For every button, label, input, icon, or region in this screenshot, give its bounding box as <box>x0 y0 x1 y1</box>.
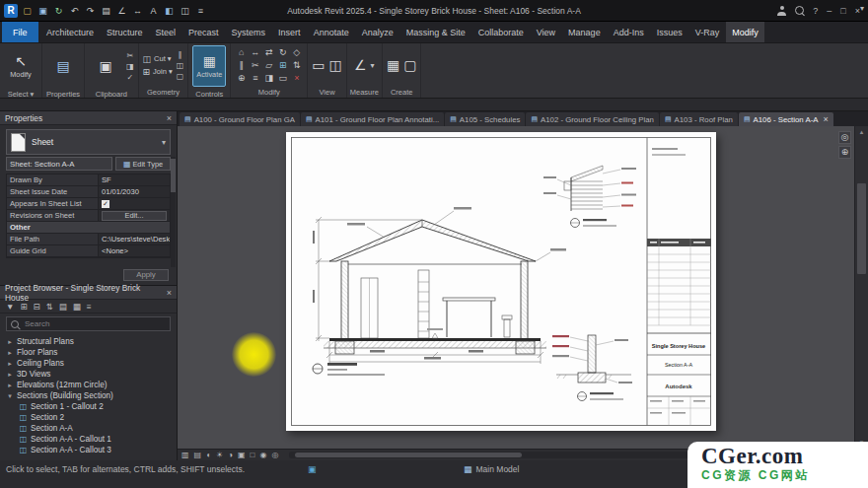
help-icon[interactable]: ? <box>813 6 818 16</box>
document-tab[interactable]: ▤A106 - Section A-A× <box>739 112 833 126</box>
revit-app-logo[interactable]: R <box>4 4 18 18</box>
ribbon-tab-analyze[interactable]: Analyze <box>355 22 399 42</box>
apply-button[interactable]: Apply <box>123 269 169 281</box>
search-icon[interactable] <box>795 6 804 15</box>
properties-scrollbar[interactable] <box>171 157 176 267</box>
document-tab[interactable]: ▤A103 - Roof Plan <box>660 112 738 126</box>
match-props-icon[interactable]: ◨ <box>262 72 275 84</box>
property-value[interactable]: <None> <box>99 245 170 256</box>
ribbon-tab-add-ins[interactable]: Add-Ins <box>607 22 650 42</box>
pin-icon[interactable]: ⊕ <box>235 72 248 84</box>
paste-button[interactable]: ▣ <box>89 45 122 87</box>
property-value[interactable]: ✓ <box>99 198 170 209</box>
ribbon-tab-file[interactable]: File <box>2 22 38 42</box>
maximize-icon[interactable]: □ <box>840 6 845 16</box>
edit-type-button[interactable]: ▦ Edit Type <box>115 157 171 171</box>
array-icon[interactable]: ⊞ <box>276 59 289 71</box>
ribbon-tab-massing-site[interactable]: Massing & Site <box>399 22 471 42</box>
cut-to-clipboard-icon[interactable]: ✂ <box>126 51 134 60</box>
property-value[interactable]: 01/01/2030 <box>99 186 170 197</box>
ribbon-tab-architecture[interactable]: Architecture <box>40 22 101 42</box>
view-tile-icon[interactable]: ◫ <box>329 57 342 73</box>
scale-icon[interactable]: ⇅ <box>290 59 303 71</box>
property-value[interactable]: C:\Users\steve\Desktop\... <box>99 234 170 244</box>
aligned-dimension-icon[interactable]: ↔ <box>131 4 144 18</box>
ribbon-tab-view[interactable]: View <box>530 22 561 42</box>
scroll-up-icon[interactable]: ▴ <box>855 126 868 138</box>
unpin-icon[interactable]: ≡ <box>249 72 261 84</box>
text-icon[interactable]: A <box>147 4 160 18</box>
zoom-icon[interactable]: ⊕ <box>838 146 851 159</box>
properties-scrollbar-thumb[interactable] <box>171 159 176 192</box>
chevron-down-icon[interactable]: ▾ <box>162 138 166 147</box>
browser-settings-icon[interactable]: ≡ <box>87 302 92 312</box>
ribbon-tab-v-ray[interactable]: V-Ray <box>688 22 726 42</box>
expander-icon[interactable]: ▸ <box>6 338 14 346</box>
mirror-icon[interactable]: ◇ <box>290 46 303 58</box>
sheet-viewport[interactable]: Single Storey House Section A-A Autodesk <box>286 132 716 431</box>
view-window-icon[interactable]: ▭ <box>312 57 325 73</box>
document-tab[interactable]: ▤A105 - Schedules <box>445 112 525 126</box>
tree-item[interactable]: ◫Section A-A <box>0 423 177 434</box>
reveal-hidden-icon[interactable]: ◎ <box>271 450 278 461</box>
property-value[interactable]: Edit... <box>99 210 170 221</box>
tree-item[interactable]: ▾Sections (Building Section) <box>0 390 177 401</box>
tree-item[interactable]: ◫Section 2 <box>0 412 177 423</box>
checkbox-checked-icon[interactable]: ✓ <box>102 200 109 208</box>
ribbon-tab-issues[interactable]: Issues <box>650 22 688 42</box>
measure-icon[interactable]: ∠ <box>354 57 367 73</box>
ribbon-tab-steel[interactable]: Steel <box>149 22 182 42</box>
view-scale-icon[interactable]: ▥ <box>181 450 189 461</box>
modify-tool-button[interactable]: ↖ Modify <box>4 45 37 87</box>
ribbon-tab-annotate[interactable]: Annotate <box>307 22 355 42</box>
measure-qat-icon[interactable]: ∠ <box>115 4 128 18</box>
undo-icon[interactable]: ↶ <box>68 4 81 18</box>
offset-geometry-icon[interactable]: ∥ <box>177 50 184 59</box>
browser-sheets-icon[interactable]: ▦ <box>73 302 81 312</box>
split-icon[interactable]: ✂ <box>249 59 261 71</box>
browser-search-input[interactable] <box>23 318 166 329</box>
ribbon-tab-modify[interactable]: Modify <box>726 22 765 42</box>
expander-icon[interactable]: ▸ <box>6 371 14 379</box>
tree-item[interactable]: ▸Structural Plans <box>0 336 177 347</box>
expander-icon[interactable]: ▾ <box>6 392 14 400</box>
tree-item[interactable]: ◫Section A-A - Callout 1 <box>0 434 177 445</box>
shadows-icon[interactable]: ◑ <box>228 450 233 461</box>
close-icon[interactable]: × <box>855 6 860 16</box>
wall-joins-icon[interactable]: ◫ <box>177 61 184 70</box>
copy-icon[interactable]: ⇄ <box>262 46 275 58</box>
default-3d-view-icon[interactable]: ◧ <box>163 4 176 18</box>
tree-item[interactable]: ◫Section 1 - Callout 2 <box>0 401 177 412</box>
print-icon[interactable]: ▤ <box>100 4 112 18</box>
section-qat-icon[interactable]: ◫ <box>179 4 191 18</box>
ribbon-tab-manage[interactable]: Manage <box>562 22 608 42</box>
visual-style-icon[interactable]: ◐ <box>206 450 211 461</box>
ribbon-tab-structure[interactable]: Structure <box>101 22 150 42</box>
expander-icon[interactable]: ▸ <box>6 360 14 368</box>
properties-button[interactable]: ▤ <box>46 45 80 87</box>
open-icon[interactable]: ▢ <box>21 4 34 18</box>
browser-filter-icon[interactable]: ▼ <box>6 302 14 312</box>
delete-icon[interactable]: × <box>290 72 303 84</box>
editable-only-icon[interactable]: ▣ <box>308 464 317 474</box>
tree-item[interactable]: ▸Ceiling Plans <box>0 358 177 369</box>
edit-revisions-button[interactable]: Edit... <box>102 211 167 221</box>
horizontal-scrollbar-thumb[interactable] <box>295 453 522 457</box>
crop-view-icon[interactable]: ▣ <box>238 450 246 461</box>
instance-selector[interactable]: Sheet: Section A-A <box>6 157 112 171</box>
align-icon[interactable]: ⌂ <box>235 46 248 58</box>
design-option-control[interactable]: ▦ Main Model <box>464 464 519 474</box>
beam-joins-icon[interactable]: ▢ <box>177 72 184 81</box>
save-icon[interactable]: ▣ <box>36 4 49 18</box>
browser-search-box[interactable] <box>6 316 171 331</box>
temporary-hide-isolate-icon[interactable]: ◉ <box>259 450 266 461</box>
document-tab[interactable]: ▤A101 - Ground Floor Plan Annotati... <box>301 112 444 126</box>
document-tab[interactable]: ▤A100 - Ground Floor Plan GA <box>180 112 300 126</box>
close-properties-icon[interactable]: × <box>167 113 172 123</box>
detail-level-icon[interactable]: ▤ <box>194 450 202 461</box>
thin-lines-icon[interactable]: ≡ <box>194 4 207 18</box>
browser-sort-icon[interactable]: ⇅ <box>46 302 53 312</box>
group-icon[interactable]: ▭ <box>276 72 289 84</box>
ribbon-tab-systems[interactable]: Systems <box>225 22 272 42</box>
close-tab-icon[interactable]: × <box>823 114 828 124</box>
